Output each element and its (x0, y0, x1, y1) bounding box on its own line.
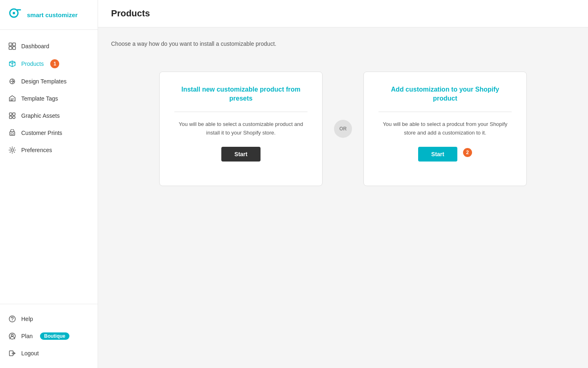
app-name: smart customizer (27, 11, 78, 18)
card1-description: You will be able to select a customizabl… (174, 120, 307, 137)
svg-point-17 (11, 149, 13, 151)
svg-rect-5 (9, 47, 12, 49)
svg-rect-3 (9, 43, 12, 46)
sidebar-item-label-template-tags: Template Tags (21, 95, 58, 102)
svg-rect-16 (11, 133, 13, 135)
card2-action-row: Start 2 (418, 144, 472, 162)
dashboard-icon (8, 42, 16, 50)
products-badge: 1 (50, 59, 59, 68)
sidebar: smart customizer Dashboard (0, 0, 98, 368)
sidebar-item-label-dashboard: Dashboard (21, 43, 49, 49)
sidebar-item-label-plan: Plan (21, 333, 33, 339)
help-icon (8, 315, 16, 323)
svg-point-14 (13, 116, 15, 119)
svg-rect-4 (13, 43, 16, 46)
svg-rect-6 (13, 47, 16, 49)
sidebar-item-label-preferences: Preferences (21, 147, 52, 153)
sidebar-item-preferences[interactable]: Preferences (0, 142, 98, 158)
sidebar-item-label-products: Products (21, 61, 44, 67)
preferences-icon (8, 146, 16, 154)
design-templates-icon (8, 77, 16, 85)
svg-rect-13 (9, 116, 12, 119)
card2-start-button[interactable]: Start (418, 147, 457, 162)
sidebar-item-template-tags[interactable]: Template Tags (0, 90, 98, 107)
sidebar-item-graphic-assets[interactable]: Graphic Assets (0, 108, 98, 124)
card2-divider (379, 112, 512, 112)
graphic-assets-icon (8, 112, 16, 120)
sidebar-item-plan[interactable]: Plan Boutique (0, 328, 98, 344)
customer-prints-icon (8, 129, 16, 137)
main-body: Choose a way how do you want to install … (98, 27, 588, 199)
page-header: Products (98, 0, 588, 27)
logo-icon (8, 7, 23, 22)
logout-icon (8, 349, 16, 357)
svg-rect-15 (10, 132, 15, 135)
template-tags-icon (8, 94, 16, 103)
cards-wrapper: Install new customizable product from pr… (111, 72, 575, 186)
card1-title: Install new customizable product from pr… (174, 85, 307, 103)
card1-start-button[interactable]: Start (221, 147, 261, 162)
sidebar-item-label-customer-prints: Customer Prints (21, 130, 62, 136)
sidebar-nav: Dashboard Products 1 Design Templates (0, 30, 98, 304)
sidebar-item-label-help: Help (21, 316, 33, 322)
sidebar-item-design-templates[interactable]: Design Templates (0, 73, 98, 90)
main-content: Products Choose a way how do you want to… (98, 0, 588, 368)
svg-rect-12 (13, 113, 15, 115)
card2-badge: 2 (463, 148, 472, 157)
plan-badge: Boutique (40, 332, 69, 340)
svg-point-21 (11, 334, 13, 337)
sidebar-item-dashboard[interactable]: Dashboard (0, 38, 98, 54)
logo-area: smart customizer (0, 0, 98, 30)
sidebar-item-products[interactable]: Products 1 (0, 55, 98, 72)
page-title: Products (111, 8, 575, 19)
svg-point-1 (13, 12, 15, 14)
install-preset-card: Install new customizable product from pr… (159, 72, 323, 186)
sidebar-item-logout[interactable]: Logout (0, 345, 98, 361)
sidebar-item-help[interactable]: Help (0, 311, 98, 327)
svg-point-19 (12, 321, 13, 321)
add-customization-card: Add customization to your Shopify produc… (363, 72, 527, 186)
sidebar-item-label-logout: Logout (21, 350, 39, 357)
sidebar-bottom: Help Plan Boutique L (0, 304, 98, 368)
sidebar-item-label-design-templates: Design Templates (21, 78, 67, 85)
card2-description: You will be able to select a prodcut fro… (379, 120, 512, 137)
svg-rect-11 (9, 113, 12, 115)
products-icon (8, 60, 16, 68)
sidebar-item-customer-prints[interactable]: Customer Prints (0, 125, 98, 141)
plan-icon (8, 332, 16, 340)
or-divider: OR (334, 120, 352, 138)
page-subtitle: Choose a way how do you want to install … (111, 40, 575, 47)
card2-title: Add customization to your Shopify produc… (379, 85, 512, 103)
sidebar-item-label-graphic-assets: Graphic Assets (21, 112, 60, 119)
card1-divider (174, 112, 307, 112)
